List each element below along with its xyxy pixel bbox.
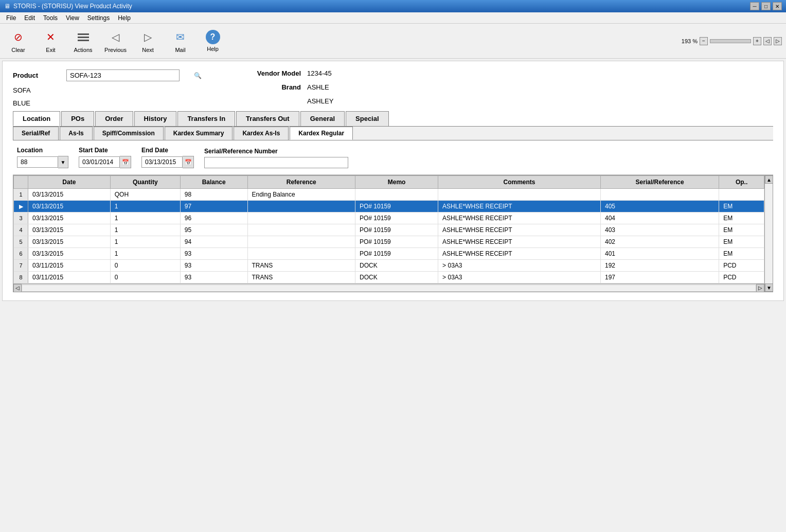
col-reference: Reference bbox=[247, 176, 355, 189]
cell-comments bbox=[438, 189, 601, 201]
tab-kardex-summary[interactable]: Kardex Summary bbox=[165, 127, 233, 140]
exit-icon: ✕ bbox=[43, 29, 59, 45]
menu-help[interactable]: Help bbox=[114, 13, 135, 23]
location-filter-input[interactable] bbox=[17, 156, 58, 168]
main-content: Product 🔍 SOFA BLUE Vendor Model 1234-45… bbox=[2, 61, 784, 301]
toolbar: ⊘ Clear ✕ Exit Actions ◁ Previous ▷ Next… bbox=[0, 24, 786, 59]
cell-balance: 98 bbox=[180, 189, 247, 201]
brand-value2: ASHLEY bbox=[307, 97, 348, 105]
scroll-down-button[interactable]: ▼ bbox=[765, 283, 773, 292]
table-row[interactable]: 803/11/2015093TRANSDOCK> 03A3197PCD bbox=[14, 272, 764, 283]
menu-edit[interactable]: Edit bbox=[20, 13, 39, 23]
cell-balance: 93 bbox=[180, 248, 247, 260]
zoom-controls: 193 % − + ◁ ▷ bbox=[682, 37, 782, 45]
zoom-out-button[interactable]: − bbox=[700, 37, 708, 45]
col-balance: Balance bbox=[180, 176, 247, 189]
tab-location[interactable]: Location bbox=[13, 111, 60, 126]
close-button[interactable]: ✕ bbox=[773, 2, 782, 10]
cell-quantity: 0 bbox=[110, 272, 180, 283]
cell-memo: PO# 10159 bbox=[355, 212, 438, 224]
table-row[interactable]: 703/11/2015093TRANSDOCK> 03A3192PCD bbox=[14, 260, 764, 272]
location-filter-label: Location bbox=[17, 147, 68, 154]
tab-serial-ref[interactable]: Serial/Ref bbox=[13, 127, 59, 140]
minimize-button[interactable]: ─ bbox=[750, 2, 759, 10]
cell-comments: ASHLE*WHSE RECEIPT bbox=[438, 212, 601, 224]
product-search-button[interactable]: 🔍 bbox=[192, 70, 203, 81]
menu-settings[interactable]: Settings bbox=[83, 13, 114, 23]
cell-quantity: 1 bbox=[110, 212, 180, 224]
end-date-calendar-button[interactable]: 📅 bbox=[183, 156, 194, 168]
clear-button[interactable]: ⊘ Clear bbox=[4, 29, 32, 53]
table-row[interactable]: 603/13/2015193PO# 10159ASHLE*WHSE RECEIP… bbox=[14, 248, 764, 260]
tab-special[interactable]: Special bbox=[346, 111, 389, 126]
cell-date: 03/13/2015 bbox=[28, 189, 111, 201]
table-row[interactable]: ▶03/13/2015197PO# 10159ASHLE*WHSE RECEIP… bbox=[14, 201, 764, 212]
location-dropdown-button[interactable]: ▼ bbox=[58, 156, 68, 168]
mail-icon: ✉ bbox=[172, 29, 189, 45]
end-date-input[interactable] bbox=[141, 156, 183, 168]
cell-memo: PO# 10159 bbox=[355, 224, 438, 236]
cell-serial_ref: 401 bbox=[600, 248, 719, 260]
scroll-right-button[interactable]: ▷ bbox=[756, 284, 764, 292]
maximize-button[interactable]: □ bbox=[761, 2, 771, 10]
tab-history[interactable]: History bbox=[134, 111, 177, 126]
previous-button[interactable]: ◁ Previous bbox=[101, 29, 130, 53]
scroll-up-button[interactable]: ▲ bbox=[765, 175, 773, 184]
zoom-prev-button[interactable]: ◁ bbox=[763, 37, 772, 45]
help-button[interactable]: ? Help bbox=[199, 30, 227, 52]
cell-reference: TRANS bbox=[247, 272, 355, 283]
tab-order[interactable]: Order bbox=[95, 111, 133, 126]
scroll-track[interactable] bbox=[22, 285, 756, 292]
horizontal-scrollbar[interactable]: ◁ ▷ bbox=[13, 283, 764, 292]
cell-memo: DOCK bbox=[355, 260, 438, 272]
product-description1: SOFA bbox=[13, 86, 31, 94]
zoom-next-button[interactable]: ▷ bbox=[774, 37, 782, 45]
mail-button[interactable]: ✉ Mail bbox=[166, 29, 194, 53]
actions-button[interactable]: Actions bbox=[69, 29, 97, 53]
table-row[interactable]: 303/13/2015196PO# 10159ASHLE*WHSE RECEIP… bbox=[14, 212, 764, 224]
brand-value: ASHLE bbox=[307, 83, 348, 91]
zoom-in-button[interactable]: + bbox=[753, 37, 761, 45]
serial-ref-input[interactable] bbox=[204, 157, 348, 168]
start-date-input[interactable] bbox=[79, 156, 120, 168]
menu-file[interactable]: File bbox=[2, 13, 20, 23]
product-input[interactable] bbox=[66, 69, 180, 81]
menu-view[interactable]: View bbox=[62, 13, 83, 23]
scroll-left-button[interactable]: ◁ bbox=[13, 284, 22, 292]
zoom-value: 193 % bbox=[682, 38, 698, 44]
table-row[interactable]: 403/13/2015195PO# 10159ASHLE*WHSE RECEIP… bbox=[14, 224, 764, 236]
tab-as-is[interactable]: As-Is bbox=[60, 127, 92, 140]
menu-tools[interactable]: Tools bbox=[39, 13, 62, 23]
zoom-track bbox=[710, 39, 751, 43]
col-date: Date bbox=[28, 176, 111, 189]
scroll-track-vertical[interactable] bbox=[765, 184, 773, 283]
cell-reference bbox=[247, 236, 355, 248]
product-label: Product bbox=[13, 72, 54, 79]
cell-reference: Ending Balance bbox=[247, 189, 355, 201]
tab-pos[interactable]: POs bbox=[61, 111, 94, 126]
tab-transfers-out[interactable]: Transfers Out bbox=[236, 111, 299, 126]
tab-kardex-regular[interactable]: Kardex Regular bbox=[290, 127, 353, 140]
vendor-model-value: 1234-45 bbox=[307, 69, 348, 77]
end-date-filter-group: End Date 📅 bbox=[141, 147, 194, 168]
cell-balance: 96 bbox=[180, 212, 247, 224]
next-button[interactable]: ▷ Next bbox=[134, 29, 162, 53]
cell-op: EM bbox=[719, 212, 764, 224]
cell-serial_ref: 192 bbox=[600, 260, 719, 272]
cell-memo bbox=[355, 189, 438, 201]
start-date-calendar-button[interactable]: 📅 bbox=[120, 156, 131, 168]
table-row[interactable]: 103/13/2015QOH98Ending Balance bbox=[14, 189, 764, 201]
tab-spiff-commission[interactable]: Spiff/Commission bbox=[94, 127, 164, 140]
tab-transfers-in[interactable]: Transfers In bbox=[177, 111, 235, 126]
cell-op: EM bbox=[719, 248, 764, 260]
exit-button[interactable]: ✕ Exit bbox=[37, 29, 65, 53]
cell-op: EM bbox=[719, 201, 764, 212]
tab-general[interactable]: General bbox=[300, 111, 345, 126]
cell-reference: TRANS bbox=[247, 260, 355, 272]
cell-reference bbox=[247, 224, 355, 236]
help-label: Help bbox=[207, 46, 219, 52]
table-row[interactable]: 503/13/2015194PO# 10159ASHLE*WHSE RECEIP… bbox=[14, 236, 764, 248]
vertical-scrollbar[interactable]: ▲ ▼ bbox=[765, 175, 773, 292]
cell-quantity: 1 bbox=[110, 224, 180, 236]
tab-kardex-as-is[interactable]: Kardex As-Is bbox=[234, 127, 289, 140]
